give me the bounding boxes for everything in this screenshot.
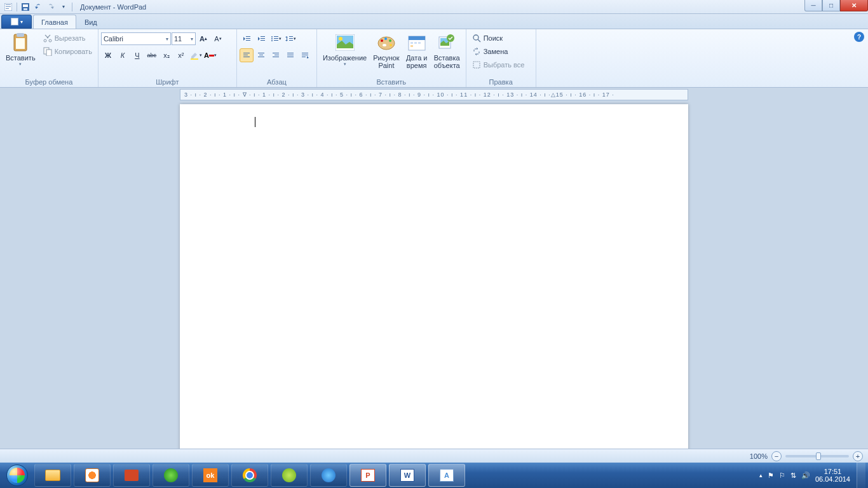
clipboard-icon: [10, 32, 31, 53]
task-odnoklassniki[interactable]: ok: [192, 464, 229, 487]
taskbar: ok P W A ▴ ⚑ ⚐ ⇅ 🔊 17:51 06.04.2014: [0, 463, 868, 488]
palette-icon: [376, 32, 397, 53]
word-icon: W: [400, 469, 414, 482]
svg-rect-59: [418, 42, 421, 44]
image-icon: [335, 32, 355, 53]
redo-button[interactable]: [45, 1, 57, 13]
document-icon: [11, 18, 18, 25]
subscript-button[interactable]: x₂: [159, 48, 173, 62]
list-button[interactable]: ▾: [269, 32, 283, 46]
font-family-combo[interactable]: Calibri▾: [101, 32, 171, 45]
leaf-icon: [282, 468, 296, 482]
tray-clock[interactable]: 17:51 06.04.2014: [815, 468, 850, 483]
group-paragraph-label: Абзац: [240, 77, 314, 87]
task-ie[interactable]: [310, 464, 347, 487]
align-center-button[interactable]: [254, 48, 268, 62]
line-spacing-button[interactable]: ▾: [283, 32, 297, 46]
task-powerpoint[interactable]: P: [349, 464, 386, 487]
svg-point-10: [44, 39, 46, 42]
save-button[interactable]: [20, 1, 31, 13]
decrease-indent-button[interactable]: [240, 32, 254, 46]
start-button[interactable]: [3, 464, 32, 487]
svg-rect-36: [258, 57, 264, 57]
group-font-label: Шрифт: [101, 77, 234, 87]
align-left-button[interactable]: [240, 48, 254, 62]
tray-flag-icon[interactable]: ⚑: [768, 471, 774, 480]
tray-volume-icon[interactable]: 🔊: [801, 471, 810, 480]
cut-button[interactable]: Вырезать: [40, 32, 95, 44]
task-explorer[interactable]: [34, 464, 71, 487]
increase-indent-button[interactable]: [254, 32, 268, 46]
media-player-icon: [85, 468, 99, 482]
task-mail-agent[interactable]: [153, 464, 189, 487]
scissors-icon: [43, 34, 52, 43]
maximize-button[interactable]: □: [822, 0, 840, 11]
task-media-player[interactable]: [74, 464, 111, 487]
select-all-button[interactable]: Выбрать все: [469, 58, 528, 71]
svg-rect-25: [274, 38, 278, 39]
svg-rect-24: [274, 36, 278, 37]
task-powerpoint-pin[interactable]: [113, 464, 150, 487]
tab-home[interactable]: Главная: [33, 15, 76, 29]
document-page[interactable]: [180, 104, 688, 449]
task-word[interactable]: W: [389, 464, 426, 487]
show-desktop-button[interactable]: [857, 463, 865, 488]
zoom-level: 100%: [750, 452, 768, 460]
grow-font-button[interactable]: A▴: [196, 32, 210, 46]
ribbon: Вставить ▾ Вырезать Копировать Буфер обм…: [0, 29, 868, 88]
ie-icon: [322, 468, 336, 482]
zoom-slider-thumb[interactable]: [816, 452, 821, 460]
svg-rect-14: [191, 58, 198, 60]
tray-network-icon[interactable]: ⇅: [790, 471, 796, 480]
insert-image-label: Изображение: [323, 54, 367, 62]
svg-rect-45: [302, 57, 306, 57]
horizontal-ruler[interactable]: 3 · ı · 2 · ı · 1 · ı · ∇ · ı · 1 · ı · …: [180, 89, 688, 100]
font-size-combo[interactable]: 11▾: [172, 32, 196, 45]
system-tray: ▴ ⚑ ⚐ ⇅ 🔊 17:51 06.04.2014: [756, 468, 854, 483]
qat-customize-button[interactable]: ▾: [58, 1, 69, 13]
svg-rect-37: [273, 53, 279, 53]
replace-button[interactable]: Замена: [469, 45, 512, 58]
paragraph-dialog-button[interactable]: [298, 48, 312, 62]
status-bar: 100% − +: [0, 449, 868, 463]
tray-overflow-button[interactable]: ▴: [759, 472, 763, 478]
undo-button[interactable]: [32, 1, 44, 13]
font-color-button[interactable]: A▾: [203, 48, 217, 62]
svg-rect-32: [243, 55, 248, 55]
insert-image-button[interactable]: Изображение ▾: [320, 30, 370, 69]
italic-button[interactable]: К: [116, 48, 130, 62]
insert-object-button[interactable]: Вставка объекта: [431, 30, 463, 71]
ribbon-tabs: ▾ Главная Вид ?: [0, 14, 868, 29]
underline-button[interactable]: Ч: [130, 48, 144, 62]
justify-button[interactable]: [283, 48, 297, 62]
task-chrome[interactable]: [231, 464, 268, 487]
workspace: 3 · ı · 2 · ı · 1 · ı · ∇ · ı · 1 · ı · …: [0, 88, 868, 449]
powerpoint-icon: [125, 470, 139, 481]
strike-button[interactable]: abc: [145, 48, 159, 62]
wordpad-icon[interactable]: [3, 1, 14, 13]
help-button[interactable]: ?: [854, 32, 864, 42]
zoom-slider[interactable]: [785, 455, 849, 458]
task-leaf-app[interactable]: [271, 464, 308, 487]
copy-button[interactable]: Копировать: [40, 45, 95, 58]
insert-paint-button[interactable]: Рисунок Paint: [370, 30, 403, 71]
tray-action-center-icon[interactable]: ⚐: [779, 471, 785, 480]
align-right-button[interactable]: [269, 48, 283, 62]
svg-point-50: [381, 39, 383, 42]
zoom-out-button[interactable]: −: [771, 451, 782, 461]
find-button[interactable]: Поиск: [469, 32, 506, 44]
svg-rect-65: [473, 62, 480, 68]
highlight-color-button[interactable]: ▾: [189, 48, 203, 62]
close-button[interactable]: ✕: [840, 0, 868, 11]
group-editing: Поиск Замена Выбрать все Правка: [466, 29, 536, 87]
superscript-button[interactable]: x²: [174, 48, 188, 62]
bold-button[interactable]: Ж: [101, 48, 115, 62]
zoom-in-button[interactable]: +: [853, 451, 863, 461]
paste-button[interactable]: Вставить ▾: [3, 30, 39, 69]
file-menu-button[interactable]: ▾: [1, 15, 32, 29]
tab-view[interactable]: Вид: [76, 15, 105, 29]
minimize-button[interactable]: ─: [804, 0, 822, 11]
shrink-font-button[interactable]: A▾: [211, 32, 225, 46]
insert-datetime-button[interactable]: Дата и время: [403, 30, 431, 71]
task-wordpad[interactable]: A: [428, 464, 465, 487]
